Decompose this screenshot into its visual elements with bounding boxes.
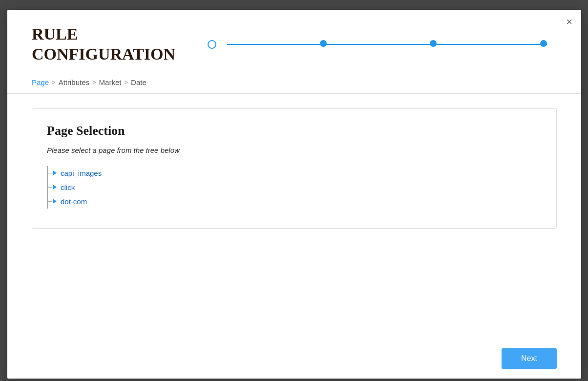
tree-item-dot-com[interactable]: dot-com	[53, 194, 542, 209]
page-selection-title: Page Selection	[47, 124, 542, 138]
breadcrumb-attributes: Attributes	[59, 78, 89, 86]
step-dot-1[interactable]	[208, 40, 216, 49]
tree-item-click[interactable]: click	[53, 180, 542, 194]
tree-label-capi-images[interactable]: capi_images	[61, 169, 102, 177]
breadcrumb-date: Date	[131, 78, 147, 86]
breadcrumb: Page > Attributes > Market > Date	[32, 73, 557, 93]
tree-label-dot-com[interactable]: dot-com	[61, 197, 87, 206]
page-selection-subtitle: Please select a page from the tree below	[47, 146, 542, 154]
tree-label-click[interactable]: click	[61, 183, 75, 191]
modal-header: RULE CONFIGURATION Page > Attributes > M…	[7, 10, 581, 94]
modal-dialog: × RULE CONFIGURATION Page > Attributes	[7, 10, 581, 379]
tree-toggle-dot-com[interactable]	[53, 199, 57, 204]
breadcrumb-market: Market	[99, 78, 122, 86]
breadcrumb-sep-3: >	[124, 79, 128, 86]
step-dot-4[interactable]	[540, 40, 547, 47]
breadcrumb-sep-2: >	[92, 79, 96, 86]
breadcrumb-sep-1: >	[52, 79, 56, 86]
tree-toggle-click[interactable]	[53, 185, 57, 190]
page-selection-card: Page Selection Please select a page from…	[32, 108, 557, 229]
step-dot-3[interactable]	[430, 40, 437, 47]
rule-configuration-title: RULE CONFIGURATION	[32, 24, 188, 64]
tree-item-capi-images[interactable]: capi_images	[53, 166, 542, 180]
modal-footer: Next	[7, 341, 581, 379]
header-top: RULE CONFIGURATION	[32, 24, 557, 64]
page-tree: capi_images click dot-com	[47, 166, 542, 209]
modal-body: Page Selection Please select a page from…	[7, 94, 581, 341]
progress-stepper	[198, 40, 557, 49]
next-button[interactable]: Next	[502, 348, 557, 369]
step-dot-2[interactable]	[320, 40, 327, 47]
tree-toggle-capi-images[interactable]	[53, 170, 57, 175]
breadcrumb-page[interactable]: Page	[32, 78, 49, 86]
stepper-dots	[208, 40, 547, 49]
close-button[interactable]: ×	[566, 17, 572, 27]
